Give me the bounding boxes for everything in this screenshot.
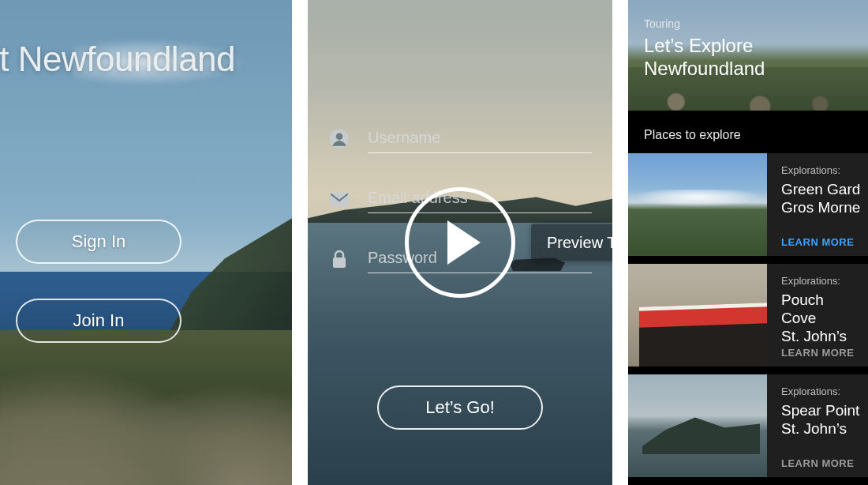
explore-kicker: Touring: [644, 17, 868, 30]
place-eyebrow: Explorations:: [781, 275, 862, 287]
preview-course-label[interactable]: Preview This Course: [531, 224, 612, 261]
svg-rect-3: [333, 258, 346, 268]
place-card[interactable]: Explorations: Pouch Cove St. John’s LEAR…: [628, 264, 868, 367]
learn-more-link[interactable]: LEARN MORE: [781, 347, 862, 359]
learn-more-link[interactable]: LEARN MORE: [781, 457, 862, 469]
learn-more-link[interactable]: LEARN MORE: [781, 236, 862, 248]
user-icon: [328, 128, 350, 150]
places-list: Explorations: Green Gard Gros Morne LEAR…: [628, 153, 868, 477]
screen-welcome: it Newfoundland Sign In Join In: [0, 0, 292, 485]
place-title: Spear Point St. John’s: [781, 402, 862, 438]
screen-separator: [612, 0, 628, 485]
place-body: Explorations: Green Gard Gros Morne LEAR…: [767, 153, 868, 256]
explore-hero-text: Touring Let’s Explore Newfoundland: [644, 17, 868, 81]
svg-point-1: [336, 133, 343, 140]
place-body: Explorations: Pouch Cove St. John’s LEAR…: [767, 264, 868, 367]
play-button[interactable]: [405, 187, 515, 298]
play-icon: [447, 220, 481, 265]
place-eyebrow: Explorations:: [781, 385, 862, 397]
svg-rect-2: [330, 192, 349, 205]
place-thumbnail: [628, 264, 767, 367]
place-title: Pouch Cove St. John’s: [781, 291, 862, 345]
places-section-label: Places to explore: [628, 111, 868, 153]
place-thumbnail: [628, 153, 767, 256]
place-title: Green Gard Gros Morne: [781, 181, 862, 217]
screen-explore: Touring Let’s Explore Newfoundland Place…: [628, 0, 868, 485]
username-input[interactable]: [368, 123, 592, 153]
place-thumbnail: [628, 374, 767, 477]
place-card[interactable]: Explorations: Green Gard Gros Morne LEAR…: [628, 153, 868, 256]
course-preview-stage: it Newfoundland Sign In Join In: [0, 0, 868, 485]
lets-go-button[interactable]: Let’s Go!: [377, 385, 543, 430]
place-eyebrow: Explorations:: [781, 164, 862, 176]
screen-separator: [292, 0, 308, 485]
lock-icon: [328, 248, 350, 270]
join-in-button[interactable]: Join In: [16, 299, 181, 343]
welcome-bg-land: [0, 330, 292, 485]
sign-in-button[interactable]: Sign In: [16, 220, 181, 264]
place-card[interactable]: Explorations: Spear Point St. John’s LEA…: [628, 374, 868, 477]
preview-overlay: Preview This Course: [405, 187, 515, 298]
place-body: Explorations: Spear Point St. John’s LEA…: [767, 374, 868, 477]
explore-hero: Touring Let’s Explore Newfoundland: [628, 0, 868, 111]
explore-hero-title: Let’s Explore Newfoundland: [644, 35, 868, 81]
username-field: [328, 120, 592, 166]
welcome-title: it Newfoundland: [0, 39, 235, 79]
mail-icon: [328, 188, 350, 210]
screen-signup: Let’s Go! Preview This Course: [308, 0, 612, 485]
